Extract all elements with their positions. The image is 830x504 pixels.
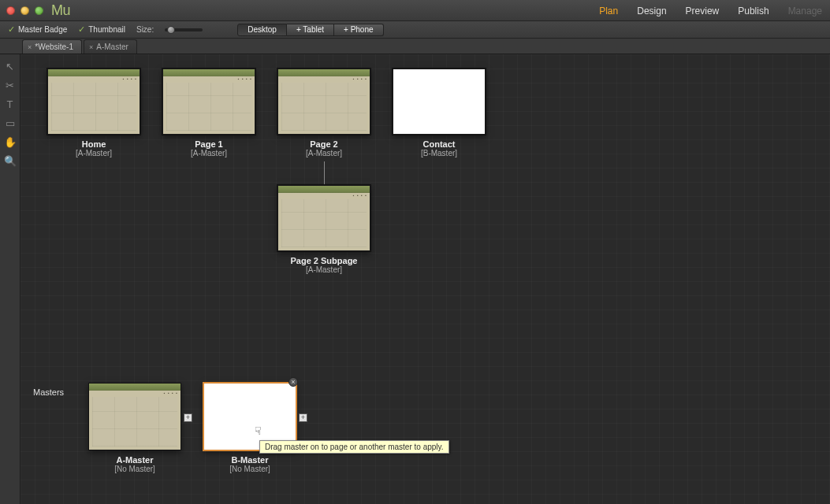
add-page-right-button[interactable]: +: [299, 413, 307, 422]
option-bar: ✓ Master Badge ✓ Thumbnail Size: Desktop…: [0, 21, 830, 39]
tab-website-1[interactable]: × *Website-1: [22, 39, 82, 54]
size-slider-thumb[interactable]: [167, 26, 175, 34]
page-page1[interactable]: ▪ ▪ ▪ ▪ Page 1 [A-Master]: [162, 69, 255, 158]
nav-design[interactable]: Design: [637, 6, 666, 17]
text-tool-icon[interactable]: T: [3, 97, 17, 111]
device-segmented: Desktop + Tablet + Phone: [237, 24, 383, 36]
thumb-menu: ▪ ▪ ▪ ▪: [353, 193, 367, 198]
zoom-tool-icon[interactable]: 🔍: [3, 154, 17, 168]
sitemap: ▪ ▪ ▪ ▪ Home [A-Master] ▪ ▪ ▪ ▪ Page 1 […: [47, 69, 486, 158]
thumbnail-checkbox[interactable]: ✓ Thumbnail: [78, 24, 125, 35]
page-thumbnail[interactable]: ▪ ▪ ▪ ▪: [277, 185, 370, 251]
page-title: Page 2 Subpage: [291, 256, 358, 265]
title-bar: Mu Plan Design Preview Publish Manage: [0, 0, 830, 21]
close-window-button[interactable]: [6, 6, 15, 15]
thumb-menu: ▪ ▪ ▪ ▪: [164, 391, 178, 395]
thumb-body: [281, 83, 367, 131]
page-thumbnail[interactable]: ▪ ▪ ▪ ▪: [277, 69, 370, 135]
sitemap-row: ▪ ▪ ▪ ▪ Home [A-Master] ▪ ▪ ▪ ▪ Page 1 […: [47, 69, 486, 158]
nav-preview[interactable]: Preview: [686, 6, 720, 17]
page-thumbnail[interactable]: [393, 69, 486, 135]
masters-heading: Masters: [33, 387, 64, 397]
crop-tool-icon[interactable]: ✂: [3, 78, 17, 92]
thumb-header: [89, 384, 181, 391]
thumbnail-label: Thumbnail: [88, 25, 125, 34]
hand-tool-icon[interactable]: ✋: [3, 135, 17, 149]
tab-label: *Website-1: [35, 43, 73, 51]
nav-plan[interactable]: Plan: [599, 6, 618, 17]
add-page-right-button[interactable]: +: [184, 413, 192, 422]
master-title: B-Master: [231, 455, 268, 465]
page-master: [A-Master]: [76, 149, 112, 158]
thumb-header: [163, 69, 255, 76]
masters-panel: Masters ▪ ▪ ▪ ▪ + A-Master [No Master] ×…: [33, 383, 830, 504]
page-thumbnail[interactable]: ▪ ▪ ▪ ▪: [47, 69, 140, 135]
page-master: [A-Master]: [306, 265, 342, 274]
master-a[interactable]: ▪ ▪ ▪ ▪ + A-Master [No Master]: [88, 383, 181, 473]
page-page2[interactable]: ▪ ▪ ▪ ▪ Page 2 [A-Master]: [277, 69, 370, 158]
thumb-header: [278, 186, 370, 193]
device-phone-button[interactable]: + Phone: [334, 24, 384, 36]
close-tab-icon[interactable]: ×: [89, 43, 93, 51]
thumb-body: [92, 397, 177, 447]
check-icon: ✓: [8, 24, 15, 35]
device-desktop-button[interactable]: Desktop: [237, 24, 287, 36]
page-title: Page 2: [310, 139, 337, 149]
page-page2-subpage[interactable]: ▪ ▪ ▪ ▪ Page 2 Subpage [A-Master]: [277, 185, 370, 274]
master-thumbnail[interactable]: × + ☟ Drag master on to page or another …: [203, 383, 296, 450]
minimize-window-button[interactable]: [20, 6, 29, 15]
page-master: [B-Master]: [421, 149, 457, 158]
thumb-header: [278, 69, 370, 76]
page-title: Page 1: [195, 139, 222, 149]
page-contact[interactable]: Contact [B-Master]: [393, 69, 486, 158]
rect-tool-icon[interactable]: ▭: [3, 116, 17, 130]
thumb-body: [281, 199, 367, 247]
thumb-menu: ▪ ▪ ▪ ▪: [353, 76, 367, 81]
maximize-window-button[interactable]: [35, 6, 43, 15]
thumb-menu: ▪ ▪ ▪ ▪: [123, 76, 137, 81]
size-label: Size:: [136, 25, 154, 34]
master-thumbnail[interactable]: ▪ ▪ ▪ ▪ +: [88, 383, 181, 450]
page-thumbnail[interactable]: ▪ ▪ ▪ ▪: [162, 69, 255, 135]
thumb-body: [166, 83, 251, 131]
tab-label: A-Master: [96, 43, 128, 51]
master-master: [No Master]: [114, 465, 155, 473]
plan-canvas[interactable]: ▪ ▪ ▪ ▪ Home [A-Master] ▪ ▪ ▪ ▪ Page 1 […: [20, 54, 830, 504]
masters-row: ▪ ▪ ▪ ▪ + A-Master [No Master] × + ☟ Dra…: [88, 383, 296, 473]
page-home[interactable]: ▪ ▪ ▪ ▪ Home [A-Master]: [47, 69, 140, 158]
device-tablet-button[interactable]: + Tablet: [287, 24, 334, 36]
pointer-tool-icon[interactable]: ↖: [3, 59, 17, 73]
master-badge-checkbox[interactable]: ✓ Master Badge: [8, 24, 67, 35]
master-title: A-Master: [116, 455, 153, 465]
nav-manage[interactable]: Manage: [788, 6, 822, 17]
delete-master-button[interactable]: ×: [288, 377, 298, 387]
page-title: Contact: [423, 139, 456, 149]
app-name: Mu: [51, 2, 70, 19]
thumb-header: [48, 69, 140, 76]
thumb-body: [51, 83, 136, 131]
sitemap-connector: [324, 161, 325, 185]
check-icon: ✓: [78, 24, 85, 35]
page-title: Home: [82, 139, 106, 149]
top-nav: Plan Design Preview Publish Manage: [599, 0, 822, 21]
nav-publish[interactable]: Publish: [738, 6, 769, 17]
page-master: [A-Master]: [306, 149, 342, 158]
thumb-menu: ▪ ▪ ▪ ▪: [238, 76, 252, 81]
tab-strip: × *Website-1 × A-Master: [0, 39, 830, 54]
size-slider[interactable]: [165, 28, 203, 32]
drag-cursor-icon: ☟: [255, 424, 262, 437]
drag-tooltip: Drag master on to page or another master…: [259, 440, 449, 454]
page-master: [A-Master]: [191, 149, 227, 158]
master-badge-label: Master Badge: [18, 25, 67, 34]
tab-a-master[interactable]: × A-Master: [84, 39, 137, 54]
close-tab-icon[interactable]: ×: [28, 43, 32, 51]
window-controls: [6, 6, 43, 15]
tool-strip: ↖ ✂ T ▭ ✋ 🔍: [0, 54, 20, 504]
master-master: [No Master]: [229, 465, 270, 473]
master-b[interactable]: × + ☟ Drag master on to page or another …: [203, 383, 296, 473]
